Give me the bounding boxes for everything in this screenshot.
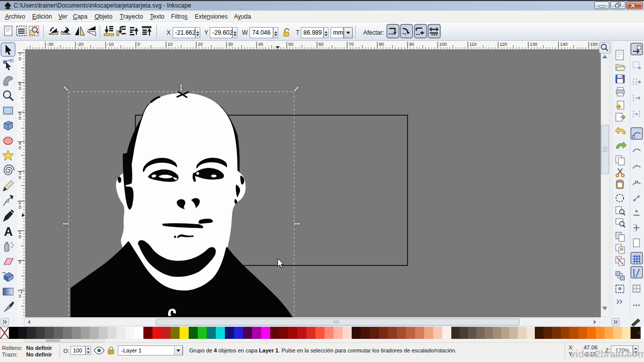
svg-text:A: A — [4, 225, 13, 238]
svg-text:0: 0 — [19, 56, 21, 61]
svg-text:90: 90 — [409, 42, 414, 47]
svg-text:0: 0 — [19, 294, 21, 299]
svg-text:30: 30 — [228, 42, 233, 47]
svg-text:110: 110 — [469, 42, 476, 47]
svg-text:0: 0 — [19, 145, 21, 150]
svg-text:0: 0 — [19, 175, 21, 180]
svg-text:0: 0 — [19, 205, 21, 210]
svg-text:0: 0 — [137, 42, 140, 47]
svg-text:-10: -10 — [107, 42, 114, 47]
svg-text:80: 80 — [379, 42, 384, 47]
svg-text:0: 0 — [19, 234, 21, 239]
svg-text:120: 120 — [500, 42, 507, 47]
svg-text:100: 100 — [439, 42, 447, 47]
svg-text:10: 10 — [168, 42, 173, 47]
svg-text:0: 0 — [19, 86, 21, 91]
svg-text:150: 150 — [590, 42, 598, 47]
svg-text:-20: -20 — [77, 42, 84, 47]
svg-text:70: 70 — [349, 42, 354, 47]
svg-text:50: 50 — [288, 42, 293, 47]
svg-text:0: 0 — [19, 116, 21, 121]
svg-text:140: 140 — [560, 42, 568, 47]
svg-text:20: 20 — [198, 42, 203, 47]
svg-text:40: 40 — [258, 42, 263, 47]
svg-text:-30: -30 — [47, 42, 53, 47]
svg-text:0: 0 — [19, 259, 21, 264]
svg-text:60: 60 — [318, 42, 324, 47]
svg-text:130: 130 — [530, 42, 537, 47]
